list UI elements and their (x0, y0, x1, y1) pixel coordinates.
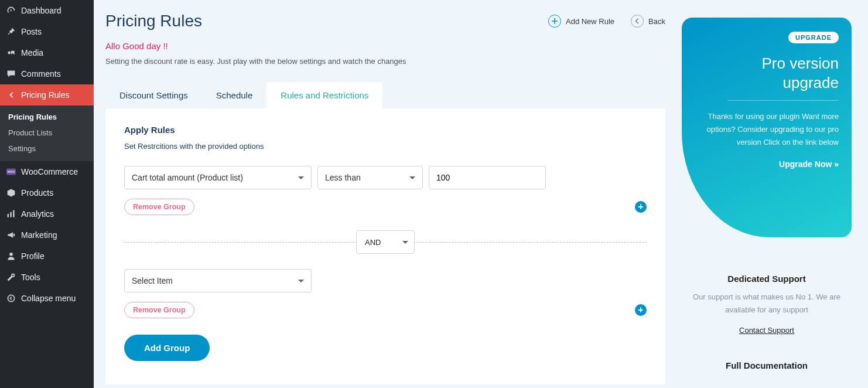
sidebar-item-marketing[interactable]: Marketing (0, 224, 94, 246)
sidebar-label: Pricing Rules (21, 90, 69, 100)
sidebar-label: Dashboard (21, 6, 61, 15)
tabs: Discount Settings Schedule Rules and Res… (105, 82, 665, 108)
sidebar-label: Collapse menu (21, 294, 76, 303)
add-rule-button[interactable]: + (635, 201, 647, 213)
sidebar-label: Profile (21, 251, 45, 261)
page-header: Pricing Rules Add New Rule Back (105, 12, 665, 30)
svg-rect-4 (10, 212, 11, 217)
add-new-rule-label: Add New Rule (566, 17, 614, 26)
sidebar-sub-settings[interactable]: Settings (0, 141, 94, 156)
tab-rules-restrictions[interactable]: Rules and Restrictions (266, 82, 382, 108)
sidebar-item-collapse[interactable]: Collapse menu (0, 288, 94, 309)
svg-rect-5 (13, 210, 14, 217)
add-group-button[interactable]: Add Group (124, 335, 210, 361)
sidebar-item-analytics[interactable]: Analytics (0, 203, 94, 224)
tab-schedule[interactable]: Schedule (202, 82, 267, 108)
group-joiner-row: AND (124, 230, 647, 254)
sidebar-item-tools[interactable]: Tools (0, 267, 94, 288)
sidebar-item-comments[interactable]: Comments (0, 63, 94, 84)
rules-card: Apply Rules Set Restrcitions with the pr… (105, 108, 665, 384)
divider (727, 100, 839, 101)
svg-point-6 (9, 253, 13, 256)
page-title: Pricing Rules (105, 12, 202, 30)
section-description: Set Restrcitions with the provided optio… (124, 142, 647, 151)
sidebar-label: Tools (21, 273, 40, 282)
sidebar-label: WooCommerce (21, 167, 78, 176)
admin-sidebar: Dashboard Posts Media Comments Pricing R… (0, 0, 94, 388)
intro-description: Setting the discount rate is easy. Just … (105, 57, 665, 66)
sidebar-label: Media (21, 48, 43, 57)
rule-field-select[interactable]: Select Item (124, 269, 312, 292)
tab-discount-settings[interactable]: Discount Settings (105, 82, 202, 108)
comment-icon (6, 69, 16, 79)
sidebar-item-posts[interactable]: Posts (0, 21, 94, 42)
megaphone-icon (6, 230, 16, 240)
box-icon (6, 188, 16, 198)
profile-icon (6, 251, 16, 261)
chevron-left-icon (631, 15, 644, 28)
greeting-text: Allo Good day !! (105, 41, 665, 51)
svg-text:woo: woo (7, 169, 15, 173)
sidebar-label: Comments (21, 69, 61, 79)
woocommerce-icon: woo (6, 166, 16, 177)
back-label: Back (648, 17, 665, 26)
sidebar-submenu: Pricing Rules Product Lists Settings (0, 105, 94, 161)
sidebar-label: Marketing (21, 230, 57, 240)
chevron-left-icon (6, 90, 16, 100)
add-rule-button[interactable]: + (635, 304, 647, 316)
collapse-icon (6, 293, 16, 304)
upgrade-promo-card: UPGRADE Pro versionupgrade Thanks for us… (682, 18, 852, 237)
promo-title: Pro versionupgrade (695, 54, 839, 92)
sidebar-label: Posts (21, 27, 42, 36)
add-new-rule-button[interactable]: Add New Rule (548, 15, 614, 28)
rule-field-select[interactable]: Cart total amount (Product list) (124, 166, 312, 189)
gauge-icon (6, 5, 16, 16)
media-icon (6, 47, 16, 58)
upgrade-now-link[interactable]: Upgrade Now » (695, 159, 839, 169)
support-body: Our support is what makes us No 1. We ar… (682, 291, 852, 316)
plus-circle-icon (548, 15, 561, 28)
sidebar-item-pricing-rules[interactable]: Pricing Rules (0, 84, 94, 105)
remove-group-button[interactable]: Remove Group (124, 302, 194, 318)
sidebar-item-profile[interactable]: Profile (0, 246, 94, 267)
sidebar-sub-pricing-rules[interactable]: Pricing Rules (0, 109, 94, 125)
remove-group-button[interactable]: Remove Group (124, 199, 194, 215)
svg-point-0 (8, 52, 11, 55)
upgrade-badge: UPGRADE (788, 32, 839, 43)
sidebar-item-products[interactable]: Products (0, 182, 94, 203)
promo-body: Thanks for using our plugin Want more op… (695, 110, 839, 149)
documentation-title: Full Documentation (682, 360, 852, 370)
analytics-icon (6, 209, 16, 219)
support-section: Dedicated Support Our support is what ma… (682, 274, 852, 335)
sidebar-item-woocommerce[interactable]: woo WooCommerce (0, 161, 94, 182)
rule-value-input[interactable] (429, 166, 546, 189)
back-button[interactable]: Back (631, 15, 665, 28)
section-title: Apply Rules (124, 125, 647, 135)
sidebar-label: Analytics (21, 209, 54, 219)
sidebar-item-media[interactable]: Media (0, 42, 94, 63)
svg-rect-3 (8, 214, 9, 217)
wrench-icon (6, 272, 16, 283)
support-title: Dedicated Support (682, 274, 852, 284)
group-joiner-select[interactable]: AND (356, 230, 415, 254)
rule-group: Cart total amount (Product list) Less th… (124, 166, 647, 189)
sidebar-item-dashboard[interactable]: Dashboard (0, 0, 94, 21)
rule-group: Select Item (124, 269, 647, 292)
sidebar-label: Products (21, 188, 53, 198)
rule-operator-select[interactable]: Less than (317, 166, 423, 189)
contact-support-link[interactable]: Contact Support (739, 326, 794, 335)
pin-icon (6, 26, 16, 37)
sidebar-sub-product-lists[interactable]: Product Lists (0, 125, 94, 141)
svg-point-7 (8, 295, 14, 301)
